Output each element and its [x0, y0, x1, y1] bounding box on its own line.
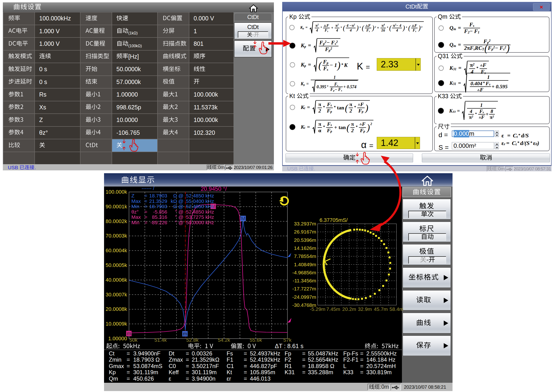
svg-text:=: = [244, 357, 247, 363]
svg-text:=: = [244, 369, 247, 375]
svg-text:18.7903 Ω: 18.7903 Ω [133, 357, 160, 363]
svg-text:=: = [186, 350, 189, 357]
svg-text:Kt: Kt [227, 369, 232, 375]
svg-text:20.5396m: 20.5396m [294, 237, 316, 243]
svg-text:ΔT : 8.61 s: ΔT : 8.61 s [275, 343, 303, 349]
svg-text:=: = [144, 203, 147, 209]
svg-text:K31: K31 [285, 369, 295, 375]
svg-text:55.0400 kHz: 55.0400 kHz [186, 198, 214, 204]
svg-text:20.9450 °/: 20.9450 °/ [201, 187, 227, 192]
svg-text:21.3529kΩ: 21.3529kΩ [192, 357, 220, 363]
svg-text:14.1626m: 14.1626m [294, 245, 316, 251]
svg-text:εr: εr [227, 375, 231, 382]
svg-text:52.4850 kHz: 52.4850 kHz [186, 209, 214, 215]
svg-text:=: = [127, 375, 130, 382]
svg-text:52.4850 kHz: 52.4850 kHz [186, 193, 214, 198]
svg-text:C0: C0 [169, 363, 176, 369]
svg-text:F1: F1 [227, 357, 233, 363]
svg-text:=: = [144, 220, 147, 225]
svg-text:@: @ [178, 203, 183, 209]
svg-text:------ /: ------ / [142, 187, 154, 191]
svg-text:Keff: Keff [169, 369, 179, 375]
svg-text:@: @ [178, 193, 183, 198]
svg-text:m: m [183, 331, 187, 337]
svg-text:2.55500kHz: 2.55500kHz [366, 350, 397, 357]
svg-text:55.0487kHz: 55.0487kHz [308, 350, 338, 357]
svg-text:-5.856: -5.856 [153, 209, 167, 215]
svg-text:330.819m: 330.819m [366, 369, 392, 375]
svg-text:°: ° [175, 214, 177, 220]
svg-text:-89.226: -89.226 [150, 220, 167, 225]
svg-text:F2: F2 [285, 357, 291, 363]
svg-text:Gmax: Gmax [109, 363, 124, 369]
svg-text:@: @ [178, 220, 183, 225]
svg-text:50.0005k: 50.0005k [106, 262, 127, 268]
svg-text:446.827pF: 446.827pF [250, 363, 277, 369]
svg-text:58.4m: 58.4m [390, 306, 403, 312]
svg-text:=: = [127, 350, 130, 357]
svg-text:54.2k: 54.2k [218, 337, 230, 343]
svg-text:1.40849m: 1.40849m [294, 262, 316, 267]
svg-text:@: @ [178, 198, 183, 204]
svg-text:450.626: 450.626 [133, 375, 154, 382]
svg-text:=: = [302, 363, 305, 369]
svg-text:52.4192kHz: 52.4192kHz [250, 357, 280, 363]
svg-text:@: @ [178, 209, 183, 215]
svg-text:Fp-Fs: Fp-Fs [343, 350, 358, 357]
svg-text:3.50217nF: 3.50217nF [192, 363, 219, 369]
svg-text:18.7903: 18.7903 [149, 203, 167, 209]
svg-text:45.7m: 45.7m [374, 306, 388, 312]
svg-text:335.288m: 335.288m [308, 369, 333, 375]
svg-text:50.0000 kHz: 50.0000 kHz [186, 220, 214, 225]
svg-text:70.0003k: 70.0003k [106, 233, 127, 239]
svg-text:146.184 Hz: 146.184 Hz [366, 357, 395, 363]
svg-text:52.5654kHz: 52.5654kHz [308, 357, 338, 363]
svg-text:R1: R1 [285, 363, 292, 369]
svg-text:Fp: Fp [285, 350, 291, 357]
svg-text:50k: 50k [129, 337, 137, 343]
svg-text:Z: Z [131, 193, 135, 198]
svg-text:20.5724mH: 20.5724mH [366, 363, 396, 369]
svg-text:=: = [302, 350, 305, 357]
svg-text:=: = [244, 375, 247, 382]
svg-text:m: m [127, 330, 131, 336]
svg-text:3.94900nF: 3.94900nF [133, 350, 161, 357]
svg-text:20.0008k: 20.0008k [106, 306, 127, 312]
svg-text:60.0004k: 60.0004k [106, 247, 127, 253]
svg-text:Ω: Ω [173, 193, 177, 198]
svg-text:301.119m: 301.119m [133, 369, 158, 375]
svg-text:=: = [127, 363, 130, 369]
svg-text:-24.0997m: -24.0997m [292, 294, 316, 300]
svg-text:53.7275 kHz: 53.7275 kHz [186, 214, 214, 220]
svg-text:θz°: θz° [131, 209, 139, 215]
svg-text:=: = [244, 363, 247, 369]
svg-text:90.0001k: 90.0001k [106, 203, 127, 210]
svg-text:26.9167m: 26.9167m [294, 229, 316, 234]
svg-text:Fs: Fs [227, 350, 233, 357]
svg-text:20.2m: 20.2m [342, 306, 356, 312]
svg-text:=: = [302, 357, 305, 363]
svg-text:40.0006k: 40.0006k [106, 277, 127, 283]
svg-text:=: = [186, 369, 189, 375]
svg-text:-17.7227m: -17.7227m [292, 286, 316, 291]
svg-text:301.119m: 301.119m [192, 369, 217, 375]
svg-text:Max: Max [131, 198, 141, 204]
svg-text:=: = [144, 193, 147, 198]
svg-text:=: = [244, 350, 247, 357]
svg-text:=: = [360, 369, 363, 375]
svg-text:-4.96856m: -4.96856m [292, 270, 316, 275]
svg-text:=: = [144, 214, 147, 220]
svg-text:Zmin: Zmin [109, 357, 121, 363]
svg-text:105.895m: 105.895m [250, 369, 275, 375]
svg-text:51.4k: 51.4k [154, 337, 167, 343]
svg-text:M: M [241, 216, 245, 221]
svg-text:6.37705mS/: 6.37705mS/ [319, 217, 348, 223]
svg-text:21.3529: 21.3529 [149, 198, 167, 204]
svg-text:100.000k: 100.000k [106, 189, 127, 195]
svg-text:-11.3456m: -11.3456m [293, 278, 316, 283]
svg-text:°: ° [175, 209, 177, 215]
svg-text:Qm: Qm [109, 375, 118, 382]
svg-text:ε: ε [169, 375, 171, 382]
svg-text:0.00326: 0.00326 [192, 350, 212, 357]
svg-text:Zmax: Zmax [169, 357, 183, 363]
